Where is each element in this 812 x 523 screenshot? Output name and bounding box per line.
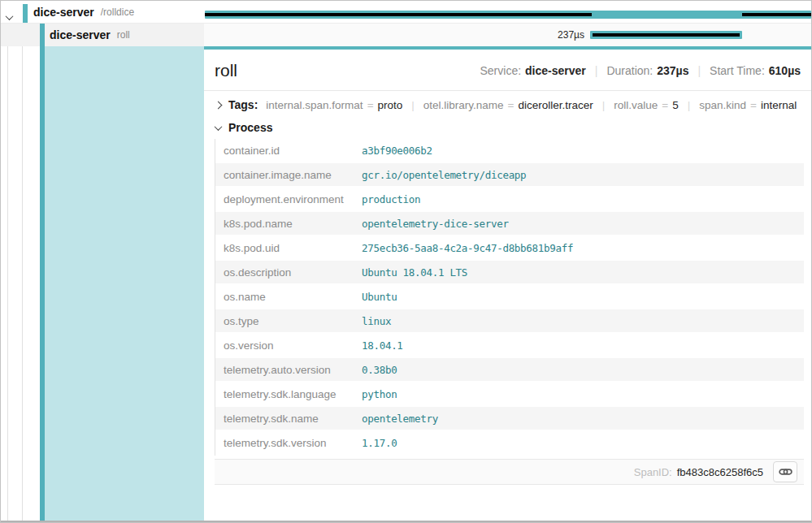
process-value: Ubuntu 18.04.1 LTS — [354, 266, 467, 279]
span-summary: Service: dice-server | Duration: 237µs |… — [480, 64, 801, 77]
detail-row-fill[interactable] — [45, 46, 204, 521]
span-bar-roll[interactable] — [590, 31, 742, 39]
operation-name: roll — [117, 29, 130, 41]
critical-path-segment — [205, 13, 592, 16]
span-title: roll — [215, 61, 237, 80]
process-value: Ubuntu — [354, 291, 397, 303]
span-id-value: fb483c8c6258f6c5 — [677, 466, 763, 478]
tag-key: roll.value — [614, 99, 658, 111]
deep-link-button[interactable] — [773, 461, 797, 482]
service-label: Service: — [480, 64, 521, 77]
span-duration-label: 237µs — [521, 29, 584, 41]
operation-name: /rolldice — [101, 6, 134, 18]
tag-key: span.kind — [699, 99, 746, 111]
table-row: os.type linux — [215, 309, 804, 334]
span-row-rolldice[interactable]: dice-server /rolldice — [1, 2, 812, 24]
process-value: gcr.io/opentelemetry/diceapp — [354, 169, 526, 181]
tag-equals: = — [508, 99, 515, 111]
tags-header: Tags: — [228, 98, 258, 111]
tag-value: 5 — [672, 99, 679, 111]
table-row: os.name Ubuntu — [215, 285, 804, 309]
process-key: container.id — [215, 145, 354, 157]
start-time-value: 610µs — [769, 64, 801, 77]
chevron-down-icon[interactable] — [7, 9, 16, 19]
tags-inline-list: internal.span.format = proto | otel.libr… — [266, 99, 797, 111]
process-value: 275ecb36-5aa8-4c2a-9c47-d8bb681b9aff — [354, 242, 573, 254]
process-value: production — [354, 193, 420, 205]
process-key: telemetry.sdk.version — [215, 437, 354, 449]
indent-guide — [22, 24, 23, 521]
span-name-cell[interactable]: dice-server /rolldice — [1, 2, 204, 23]
chevron-right-icon — [215, 101, 223, 109]
service-value: dice-server — [525, 64, 586, 77]
tag-key: internal.span.format — [266, 99, 363, 111]
process-key: telemetry.sdk.language — [215, 388, 354, 400]
tag-value: proto — [378, 99, 403, 111]
chevron-down-icon — [215, 123, 223, 131]
critical-path-segment — [593, 33, 740, 37]
summary-separator: | — [595, 64, 598, 77]
indent-guide — [7, 24, 8, 521]
process-key: container.image.name — [215, 169, 354, 181]
table-row: telemetry.auto.version 0.38b0 — [215, 358, 804, 383]
process-value: opentelemetry-dice-server — [354, 218, 509, 230]
table-row: os.description Ubuntu 18.04.1 LTS — [215, 261, 804, 285]
process-key: k8s.pod.name — [215, 218, 354, 230]
process-key-value-table: container.id a3bf90e006b2 container.imag… — [215, 139, 804, 456]
process-key: os.version — [215, 339, 354, 352]
duration-label: Duration: — [606, 64, 653, 77]
process-key: k8s.pod.uid — [215, 242, 354, 254]
page-bottom-border — [1, 521, 812, 522]
detail-row-accent — [40, 24, 45, 521]
span-detail-header: roll Service: dice-server | Duration: 23… — [204, 50, 812, 91]
process-value: a3bf90e006b2 — [354, 145, 432, 157]
summary-separator: | — [697, 64, 701, 77]
process-value: linux — [354, 315, 391, 327]
span-detail-panel: roll Service: dice-server | Duration: 23… — [204, 46, 812, 521]
table-row: k8s.pod.uid 275ecb36-5aa8-4c2a-9c47-d8bb… — [215, 236, 804, 261]
table-row: telemetry.sdk.language python — [215, 383, 804, 407]
duration-value: 237µs — [657, 64, 688, 77]
tag-separator: | — [688, 99, 691, 111]
process-value: 1.17.0 — [354, 437, 397, 449]
span-color-accent — [23, 4, 28, 23]
process-value: python — [354, 388, 397, 400]
process-value: 18.04.1 — [354, 339, 403, 352]
tag-equals: = — [662, 99, 668, 111]
table-row: container.id a3bf90e006b2 — [215, 139, 804, 163]
table-row: os.version 18.04.1 — [215, 334, 804, 358]
tag-separator: | — [602, 99, 606, 111]
process-value: 0.38b0 — [354, 364, 397, 376]
table-row: telemetry.sdk.version 1.17.0 — [215, 431, 804, 456]
trace-detail-page: dice-server /rolldice dice-server roll 2… — [0, 0, 812, 523]
table-row: container.image.name gcr.io/opentelemetr… — [215, 163, 804, 188]
service-name: dice-server — [33, 6, 94, 19]
process-key: deployment.environment — [215, 193, 354, 205]
span-bar-rolldice[interactable] — [205, 11, 811, 19]
process-key: os.type — [215, 315, 354, 327]
process-value: opentelemetry — [354, 413, 438, 425]
critical-path-segment — [742, 13, 811, 16]
process-key: os.description — [215, 266, 354, 279]
link-icon — [779, 466, 792, 478]
service-name: dice-server — [50, 28, 111, 41]
process-key: telemetry.auto.version — [215, 364, 354, 376]
process-key: os.name — [215, 291, 354, 303]
process-key: telemetry.sdk.name — [215, 413, 354, 425]
span-detail-footer: SpanID: fb483c8c6258f6c5 — [215, 459, 804, 485]
tag-equals: = — [367, 99, 374, 111]
tags-section-toggle[interactable]: Tags: internal.span.format = proto | ote… — [204, 91, 812, 117]
tag-equals: = — [750, 99, 757, 111]
tag-separator: | — [411, 99, 415, 111]
start-time-label: Start Time: — [710, 64, 765, 77]
process-section-toggle[interactable]: Process — [204, 117, 812, 139]
span-name-cell[interactable]: dice-server roll — [1, 24, 204, 46]
table-row: telemetry.sdk.name opentelemetry — [215, 407, 804, 431]
span-row-roll[interactable]: dice-server roll 237µs — [1, 24, 812, 46]
table-row: deployment.environment production — [215, 188, 804, 212]
process-header: Process — [228, 121, 272, 134]
tag-value: internal — [761, 99, 797, 111]
tag-key: otel.library.name — [423, 99, 504, 111]
span-id-label: SpanID: — [634, 466, 672, 478]
table-row: k8s.pod.name opentelemetry-dice-server — [215, 212, 804, 236]
